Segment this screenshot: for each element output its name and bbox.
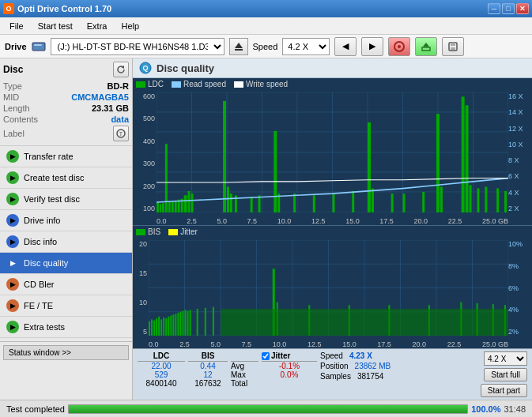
nav-icon-extra-tests: ▶: [6, 321, 19, 333]
speed-label: Speed: [253, 42, 278, 51]
nav-icon-create-test-disc: ▶: [6, 171, 19, 184]
title-bar: O Opti Drive Control 1.70 ─ □ ✕: [0, 0, 532, 17]
svg-rect-68: [477, 189, 479, 212]
eject-button[interactable]: [229, 38, 248, 55]
svg-rect-105: [190, 310, 191, 336]
svg-rect-43: [184, 195, 187, 212]
menu-extra[interactable]: Extra: [81, 20, 114, 32]
status-window-button[interactable]: Status window >>: [3, 345, 129, 360]
eject-icon: [234, 42, 243, 51]
nav-label-disc-quality: Disc quality: [24, 258, 68, 268]
svg-rect-52: [274, 131, 277, 212]
sidebar-item-disc-info[interactable]: ▶ Disc info: [0, 231, 132, 253]
svg-rect-93: [160, 319, 162, 336]
stats-jitter-col: Jitter -0.1% 0.0%: [262, 351, 317, 397]
save-icon-button[interactable]: [442, 37, 464, 56]
svg-rect-62: [422, 192, 424, 212]
menu-start-test[interactable]: Start test: [32, 20, 79, 32]
nav-icon-transfer-rate: ▶: [6, 150, 19, 163]
svg-marker-7: [423, 43, 429, 47]
sidebar-item-create-test-disc[interactable]: ▶ Create test disc: [0, 167, 132, 189]
disc-icon-button[interactable]: [388, 37, 410, 56]
svg-rect-100: [177, 313, 179, 336]
jitter-checkbox[interactable]: [262, 352, 270, 360]
contents-label: Contents: [3, 115, 38, 124]
svg-rect-98: [172, 314, 174, 336]
nav-label-verify-test-disc: Verify test disc: [24, 194, 80, 204]
label-icon: T: [116, 129, 126, 138]
svg-marker-2: [235, 43, 243, 48]
nav-icon-fe-te: ▶: [6, 299, 19, 312]
svg-rect-92: [158, 317, 160, 336]
svg-rect-46: [223, 101, 226, 212]
top-chart-legend: LDC Read speed Write speed: [136, 80, 288, 88]
start-part-button[interactable]: Start part: [481, 384, 527, 397]
close-button[interactable]: ✕: [516, 3, 529, 14]
next-speed-button[interactable]: ▶: [361, 37, 383, 56]
svg-text:T: T: [119, 131, 123, 137]
legend-bis: BIS: [136, 227, 160, 236]
sidebar-item-verify-test-disc[interactable]: ▶ Verify test disc: [0, 189, 132, 210]
top-chart-svg: [157, 92, 508, 212]
sidebar-item-disc-quality[interactable]: ▶ Disc quality: [0, 253, 132, 274]
samples-label: Samples: [320, 372, 351, 381]
maximize-button[interactable]: □: [502, 3, 515, 14]
svg-rect-64: [440, 186, 443, 212]
progress-percent: 100.0%: [471, 404, 500, 414]
svg-rect-47: [227, 186, 229, 212]
minimize-button[interactable]: ─: [488, 3, 500, 14]
mid-label: MID: [3, 92, 19, 102]
sidebar-item-transfer-rate[interactable]: ▶ Transfer rate: [0, 146, 132, 167]
speed-dropdown[interactable]: 4.2 X: [484, 351, 527, 366]
svg-rect-69: [485, 186, 487, 212]
svg-rect-101: [179, 312, 181, 336]
status-window-text: Status window >>: [9, 348, 71, 357]
label-label: Label: [3, 129, 25, 138]
menu-help[interactable]: Help: [115, 20, 145, 32]
sidebar-item-cd-bler[interactable]: ▶ CD Bler: [0, 274, 132, 295]
drive-select[interactable]: (J:) HL-DT-ST BD-RE WH16NS48 1.D3: [51, 38, 224, 55]
legend-read-speed-color: [172, 81, 181, 88]
svg-rect-119: [221, 309, 508, 336]
speed-select[interactable]: 4.2 X: [282, 38, 330, 55]
stats-row-labels: x Avg Max Total: [231, 351, 258, 397]
top-chart-x-labels: 0.02.55.07.510.012.515.017.520.022.525.0…: [157, 217, 508, 225]
nav-icon-verify-test-disc: ▶: [6, 193, 19, 205]
sidebar-item-extra-tests[interactable]: ▶ Extra tests: [0, 317, 132, 338]
sidebar-item-drive-info[interactable]: ▶ Drive info: [0, 210, 132, 231]
sidebar-item-fe-te[interactable]: ▶ FE / TE: [0, 295, 132, 317]
legend-read-speed: Read speed: [172, 80, 226, 88]
svg-rect-70: [496, 189, 499, 212]
svg-rect-50: [251, 197, 253, 212]
content-header: Q Disc quality: [133, 58, 532, 78]
svg-rect-51: [258, 195, 261, 212]
svg-rect-9: [451, 43, 455, 46]
svg-rect-66: [466, 105, 469, 212]
label-button[interactable]: T: [113, 126, 129, 141]
ldc-total: 8400140: [138, 379, 185, 388]
svg-rect-103: [185, 310, 187, 336]
stats-area: LDC 22.00 529 8400140 BIS 0.44 12 167632: [133, 348, 532, 400]
svg-rect-44: [188, 191, 191, 212]
bottom-chart-y-right: 10%8%6%4%2%: [508, 240, 530, 336]
app-title: Opti Drive Control 1.70: [17, 4, 111, 13]
prev-speed-button[interactable]: ◀: [334, 37, 357, 56]
bis-avg: 0.44: [188, 362, 228, 370]
menu-file[interactable]: File: [3, 20, 30, 32]
start-full-button[interactable]: Start full: [484, 368, 527, 381]
time-display: 31:48: [504, 404, 526, 414]
type-label: Type: [3, 81, 22, 91]
svg-rect-107: [205, 308, 206, 336]
stats-ldc-col: LDC 22.00 529 8400140: [138, 351, 185, 397]
speed-value: 4.23 X: [349, 351, 372, 360]
svg-rect-34: [157, 202, 159, 212]
export-icon-button[interactable]: [415, 37, 437, 56]
svg-rect-90: [153, 321, 155, 336]
jitter-label: Jitter: [271, 351, 290, 360]
disc-refresh-button[interactable]: [113, 62, 129, 77]
svg-rect-65: [462, 96, 465, 212]
svg-rect-88: [149, 321, 150, 336]
progress-bar-fill: [69, 405, 467, 413]
total-label: Total: [231, 379, 258, 388]
content-title: Disc quality: [157, 62, 214, 74]
